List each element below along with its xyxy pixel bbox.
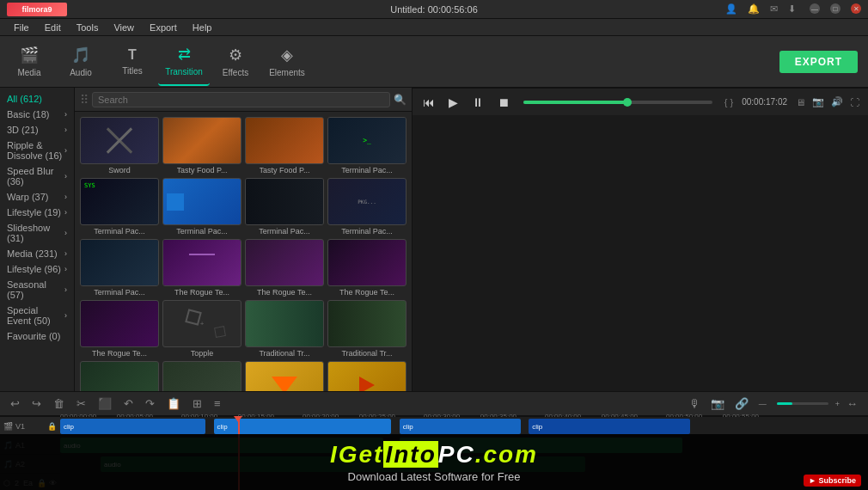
tl-copy-button[interactable]: 📋 <box>163 395 184 412</box>
menu-tools[interactable]: Tools <box>70 21 106 34</box>
rewind-button[interactable]: ⏮ <box>419 94 438 111</box>
transition-item-trad3[interactable]: Traditional Tr... <box>80 361 159 391</box>
tl-delete-button[interactable]: 🗑 <box>50 395 68 412</box>
tab-media-label: Media <box>17 68 40 77</box>
transition-thumb-terminalpac5: PKG... <box>327 178 406 225</box>
drag-handle[interactable]: ⠿ <box>80 93 89 107</box>
categories-panel: All (612) Basic (18)› 3D (21)› Ripple & … <box>0 88 75 391</box>
transition-item-rogue3[interactable]: The Rogue Te... <box>327 239 406 297</box>
tl-settings-button[interactable]: ≡ <box>211 395 224 412</box>
tl-cut-button[interactable]: ✂ <box>73 395 89 412</box>
filmora-logo: filmora9 <box>7 3 67 16</box>
menu-edit[interactable]: Edit <box>38 21 68 34</box>
tl-mic-button[interactable]: 🎙 <box>686 395 704 412</box>
pause-button[interactable]: ⏸ <box>468 94 487 111</box>
cat-seasonal[interactable]: Seasonal (57)› <box>0 277 74 303</box>
eye-icon[interactable]: 👁 <box>49 479 57 487</box>
lock-icon[interactable]: 🔒 <box>37 479 46 487</box>
tl-undo-button[interactable]: ↩ <box>7 395 23 412</box>
cat-favourite[interactable]: Favourite (0) <box>0 328 74 344</box>
tl-fit-button[interactable]: ↔ <box>843 395 861 412</box>
cat-speedblur[interactable]: Speed Blur (36)› <box>0 163 74 189</box>
minimize-button[interactable]: — <box>810 3 820 14</box>
cat-specialevent[interactable]: Special Event (50)› <box>0 303 74 328</box>
monitor-icon[interactable]: 🖥 <box>794 95 807 109</box>
transition-item-tastyfood2[interactable]: Tasty Food P... <box>245 117 324 175</box>
tab-transition[interactable]: ⇄ Transition <box>158 38 210 86</box>
video-clip-4[interactable]: clip <box>529 419 690 434</box>
transition-item-topple[interactable]: + Topple <box>162 300 241 358</box>
timeline-tracks: 00:00:00:00 00:00:05:00 00:00:10:00 00:0… <box>0 416 868 490</box>
search-icon[interactable]: 🔍 <box>394 94 406 106</box>
tl-next-button[interactable]: ↷ <box>142 395 158 412</box>
transition-item-terminalpac5[interactable]: PKG... Terminal Pac... <box>327 178 406 236</box>
cat-lifestyle2[interactable]: Lifestyle (96)› <box>0 261 74 277</box>
video-clip-1[interactable]: clip <box>60 419 205 434</box>
transition-item-travel1[interactable]: Travel Adven... <box>245 361 324 391</box>
transition-item-terminalpac4[interactable]: Terminal Pac... <box>245 178 324 236</box>
transition-item-sword[interactable]: Sword <box>80 117 159 175</box>
search-input[interactable] <box>92 92 390 107</box>
cat-warp[interactable]: Warp (37)› <box>0 189 74 205</box>
transition-item-tastyfood1[interactable]: Tasty Food P... <box>162 117 241 175</box>
transition-item-rogue2[interactable]: The Rogue Te... <box>245 239 324 297</box>
cat-lifestyle[interactable]: Lifestyle (19)› <box>0 205 74 220</box>
transition-item-terminalpac1[interactable]: >_ Terminal Pac... <box>327 117 406 175</box>
menu-bar: File Edit Tools View Export Help <box>0 19 868 36</box>
transition-item-trad1[interactable]: Traditional Tr... <box>245 300 324 358</box>
track-v1-icon: 🎬 <box>3 422 13 431</box>
transition-item-rogue4[interactable]: The Rogue Te... <box>80 300 159 358</box>
stop-button[interactable]: ⏹ <box>494 94 513 111</box>
layer-icon: ⬡ <box>3 479 10 487</box>
menu-file[interactable]: File <box>7 21 36 34</box>
audio-clip-2[interactable]: audio <box>400 438 682 453</box>
transition-icon: ⇄ <box>178 45 191 64</box>
menu-help[interactable]: Help <box>186 21 219 34</box>
track-lock-icon[interactable]: 🔒 <box>47 422 57 431</box>
cat-all[interactable]: All (612) <box>0 91 74 107</box>
transition-item-terminalpac3[interactable]: Terminal Pac... <box>162 178 241 236</box>
tl-snap-button[interactable]: 🔗 <box>731 395 752 412</box>
tab-media[interactable]: 🎬 Media <box>3 38 55 86</box>
cat-3d[interactable]: 3D (21)› <box>0 122 74 138</box>
menu-view[interactable]: View <box>107 21 141 34</box>
transition-item-rogue1[interactable]: The Rogue Te... <box>162 239 241 297</box>
in-out-button[interactable]: { } <box>723 95 735 109</box>
zoom-slider[interactable] <box>777 402 828 405</box>
playback-bar[interactable] <box>523 101 712 104</box>
cat-media[interactable]: Media (231)› <box>0 246 74 261</box>
video-clip-3[interactable]: clip <box>400 419 521 434</box>
playback-thumb[interactable] <box>623 98 632 107</box>
fullscreen-icon[interactable]: ⛶ <box>848 95 861 109</box>
track-content: clip clip clip clip audio audio audio <box>60 417 868 490</box>
camera-icon[interactable]: 📷 <box>810 95 826 109</box>
tl-grid-button[interactable]: ⊞ <box>189 395 205 412</box>
play-button[interactable]: ▶ <box>445 94 462 111</box>
tab-elements[interactable]: ◈ Elements <box>261 38 313 86</box>
transition-item-trad4[interactable]: Traditional Tr... <box>162 361 241 391</box>
volume-icon[interactable]: 🔊 <box>829 95 845 109</box>
tl-camera-button[interactable]: 📷 <box>707 395 728 412</box>
cat-ripple[interactable]: Ripple & Dissolve (16)› <box>0 138 74 163</box>
transition-grid: Sword Tasty Food P... Tasty Food P... <box>75 112 412 391</box>
export-button[interactable]: EXPORT <box>779 51 858 73</box>
transition-item-trad2[interactable]: Traditional Tr... <box>327 300 406 358</box>
tab-effects[interactable]: ⚙ Effects <box>210 38 261 86</box>
tl-split-button[interactable]: ⬛ <box>95 395 115 412</box>
audio-clip-3[interactable]: audio <box>101 456 585 472</box>
tab-audio[interactable]: 🎵 Audio <box>55 38 107 86</box>
transition-item-terminalpac6[interactable]: Terminal Pac... <box>80 239 159 297</box>
transition-thumb-travel1 <box>245 361 324 391</box>
menu-export[interactable]: Export <box>143 21 184 34</box>
tl-redo-button[interactable]: ↪ <box>28 395 45 412</box>
transition-item-terminalpac2[interactable]: SYS Terminal Pac... <box>80 178 159 236</box>
audio-clip-1[interactable]: audio <box>60 438 383 453</box>
tl-prev-button[interactable]: ↶ <box>120 395 137 412</box>
transition-item-travel2[interactable]: Travel Adven... <box>327 361 406 391</box>
cat-slideshow[interactable]: Slideshow (31)› <box>0 220 74 246</box>
close-button[interactable]: ✕ <box>851 3 861 14</box>
cat-basic[interactable]: Basic (18)› <box>0 107 74 122</box>
tab-titles-label: Titles <box>122 66 143 76</box>
tab-titles[interactable]: T Titles <box>107 38 158 86</box>
maximize-button[interactable]: □ <box>830 3 840 14</box>
